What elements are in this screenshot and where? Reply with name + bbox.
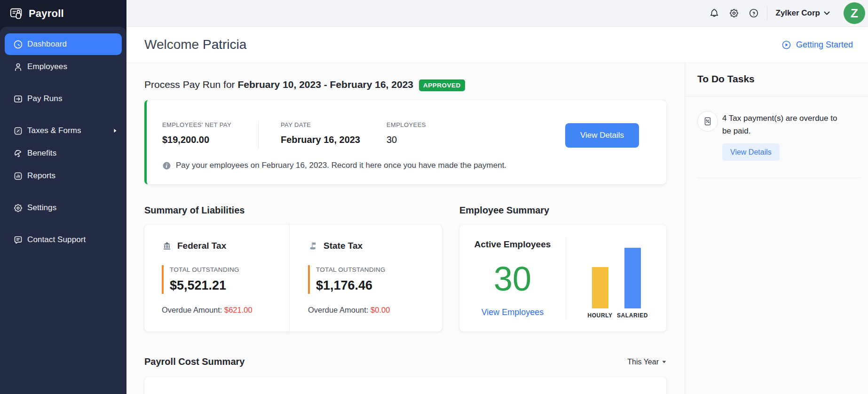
getting-started-link[interactable]: Getting Started	[781, 40, 853, 50]
payrun-card-stats: EMPLOYEES' NET PAY $19,200.00 PAY DATE F…	[147, 100, 666, 149]
sidebar-item-employees[interactable]: Employees	[5, 56, 122, 78]
state-outstanding-amount: $1,176.46	[316, 278, 442, 293]
pay-runs-icon	[13, 94, 23, 104]
settings-gear-icon[interactable]	[729, 8, 739, 18]
employees-icon	[13, 62, 23, 72]
todo-title: To Do Tasks	[685, 63, 868, 96]
hourly-bar	[592, 267, 608, 308]
salaried-bar	[624, 248, 641, 308]
payrun-section-header: Process Pay Run for February 10, 2023 - …	[144, 78, 666, 91]
pay-date-label: PAY DATE	[281, 121, 364, 128]
payrun-title: Process Pay Run for February 10, 2023 - …	[144, 79, 413, 90]
liabilities-section: Summary of Liabilities	[144, 205, 442, 331]
federal-tax-title: Federal Tax	[162, 241, 289, 251]
status-badge: APPROVED	[419, 79, 465, 91]
liabilities-title: Summary of Liabilities	[144, 205, 442, 216]
payroll-logo-icon	[9, 7, 24, 21]
play-circle-icon	[781, 40, 791, 50]
net-pay-stat: EMPLOYEES' NET PAY $19,200.00	[162, 121, 258, 145]
range-dropdown[interactable]: This Year	[627, 358, 666, 366]
todo-divider	[697, 178, 860, 178]
info-icon	[162, 161, 171, 170]
view-details-button[interactable]: View Details	[565, 123, 639, 148]
flag-icon	[308, 241, 318, 251]
net-pay-value: $19,200.00	[162, 134, 258, 145]
todo-view-details-button[interactable]: View Details	[722, 143, 780, 161]
user-avatar[interactable]: Z	[844, 2, 865, 24]
org-name: Zylker Corp	[776, 8, 820, 18]
federal-overdue: Overdue Amount: $621.00	[162, 306, 289, 315]
reports-icon	[13, 171, 23, 181]
sidebar: Payroll Dashboard Employees	[0, 0, 126, 394]
state-overdue: Overdue Amount: $0.00	[308, 306, 442, 315]
taxes-forms-icon	[13, 126, 23, 136]
federal-outstanding-block: TOTAL OUTSTANDING $5,521.21	[162, 265, 289, 294]
stat-divider	[258, 121, 259, 149]
dashboard-content: Process Pay Run for February 10, 2023 - …	[126, 63, 685, 394]
org-selector[interactable]: Zylker Corp	[776, 8, 830, 18]
sidebar-item-benefits[interactable]: Benefits	[5, 142, 122, 164]
bank-building-icon	[162, 241, 172, 251]
todo-panel: To Do Tasks 4 Tax payment(s) are overdue…	[685, 63, 868, 394]
app-logo-header: Payroll	[0, 0, 126, 27]
employees-stat: EMPLOYEES 30	[387, 121, 426, 145]
dashboard-icon	[13, 39, 23, 49]
hourly-bar-label: HOURLY	[587, 312, 612, 319]
sidebar-item-settings[interactable]: Settings	[5, 197, 122, 219]
main-area: Zylker Corp Z Welcome Patricia Getting S…	[126, 0, 868, 394]
chevron-down-icon	[824, 11, 830, 15]
welcome-band: Welcome Patricia Getting Started	[126, 27, 868, 63]
federal-tax-block: Federal Tax TOTAL OUTSTANDING $5,521.21 …	[144, 225, 289, 331]
state-tax-title: State Tax	[308, 241, 442, 251]
payroll-cost-card	[144, 377, 666, 394]
content-row: Process Pay Run for February 10, 2023 - …	[126, 63, 868, 394]
state-outstanding-block: TOTAL OUTSTANDING $1,176.46	[308, 265, 442, 294]
caret-down-icon	[662, 361, 666, 363]
outstanding-label: TOTAL OUTSTANDING	[316, 266, 442, 273]
settings-icon	[13, 203, 23, 213]
pay-date-value: February 16, 2023	[281, 134, 364, 145]
benefits-icon	[13, 149, 23, 158]
employee-summary-card: Active Employees 30 View Employees HOURL…	[459, 225, 666, 331]
notifications-bell-icon[interactable]	[709, 8, 719, 18]
state-overdue-amount: $0.00	[371, 306, 390, 314]
sidebar-item-pay-runs[interactable]: Pay Runs	[5, 88, 122, 110]
tax-document-icon	[697, 111, 718, 132]
payroll-cost-header: Payroll Cost Summary This Year	[144, 356, 666, 367]
employee-bar-chart: HOURLY SALARIED	[566, 225, 666, 331]
liabilities-card: Federal Tax TOTAL OUTSTANDING $5,521.21 …	[144, 225, 442, 331]
federal-overdue-amount: $621.00	[224, 306, 253, 314]
pay-date-stat: PAY DATE February 16, 2023	[281, 121, 364, 145]
page-title: Welcome Patricia	[144, 37, 246, 52]
salaried-bar-label: SALARIED	[617, 312, 648, 319]
active-employees-count: 30	[459, 262, 566, 296]
help-icon[interactable]	[749, 8, 759, 18]
todo-task-body: 4 Tax payment(s) are overdue to be paid.…	[722, 112, 847, 161]
view-employees-link[interactable]: View Employees	[481, 307, 544, 317]
todo-task-text: 4 Tax payment(s) are overdue to be paid.	[722, 112, 847, 137]
payrun-note: Pay your employees on February 16, 2023.…	[162, 161, 652, 170]
employee-summary-section: Employee Summary Active Employees 30 Vie…	[459, 205, 666, 331]
sidebar-item-taxes-forms[interactable]: Taxes & Forms	[5, 120, 122, 142]
app-title: Payroll	[29, 8, 64, 20]
todo-task: 4 Tax payment(s) are overdue to be paid.…	[685, 96, 868, 161]
active-employees-label: Active Employees	[459, 239, 566, 250]
net-pay-label: EMPLOYEES' NET PAY	[162, 121, 258, 128]
state-tax-block: State Tax TOTAL OUTSTANDING $1,176.46 Ov…	[289, 225, 442, 331]
summary-sections: Summary of Liabilities	[144, 205, 666, 331]
payrun-period: February 10, 2023 - February 16, 2023	[237, 79, 413, 90]
sidebar-item-dashboard[interactable]: Dashboard	[5, 33, 122, 55]
payrun-card: EMPLOYEES' NET PAY $19,200.00 PAY DATE F…	[144, 100, 666, 184]
federal-outstanding-amount: $5,521.21	[170, 278, 289, 293]
sidebar-item-reports[interactable]: Reports	[5, 165, 122, 187]
sidebar-nav: Dashboard Employees Pay Runs	[0, 27, 126, 394]
outstanding-label: TOTAL OUTSTANDING	[170, 266, 289, 273]
topbar: Zylker Corp Z	[126, 0, 868, 27]
submenu-chevron-right-icon	[113, 128, 117, 133]
employee-summary-title: Employee Summary	[459, 205, 666, 216]
active-employees-block: Active Employees 30 View Employees	[459, 225, 566, 331]
employees-label: EMPLOYEES	[387, 121, 426, 128]
sidebar-item-contact-support[interactable]: Contact Support	[5, 229, 122, 251]
topbar-divider	[767, 6, 767, 20]
payroll-cost-title: Payroll Cost Summary	[144, 356, 245, 367]
